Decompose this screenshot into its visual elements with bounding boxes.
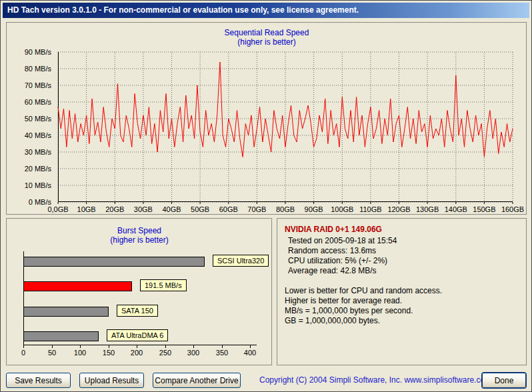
read-x-tick-label: 100GB (331, 205, 353, 213)
read-x-tick-label: 90GB (305, 205, 323, 213)
stat-average-read: Average read: 42.8 MB/s (288, 266, 519, 276)
read-x-tick-label: 60GB (219, 205, 238, 213)
burst-x-tick-label: 400 (244, 349, 256, 357)
upload-results-button[interactable]: Upload Results (79, 373, 144, 388)
burst-bar-label: ATA UltraDMA 6 (107, 329, 168, 341)
read-y-tick-label: 60 MB/s (25, 98, 51, 106)
sequential-read-panel: Sequential Read Speed (higher is better)… (6, 22, 527, 215)
burst-x-tick-label: 150 (103, 349, 115, 357)
burst-x-tick (250, 345, 251, 348)
burst-x-tick-label: 200 (131, 349, 143, 357)
burst-x-tick (109, 345, 109, 348)
read-x-tick-label: 50GB (191, 205, 209, 213)
read-x-tick-label: 80GB (276, 205, 295, 213)
read-y-tick-label: 10 MB/s (25, 181, 51, 189)
read-y-tick-label: 90 MB/s (25, 48, 51, 56)
burst-x-tick (222, 345, 223, 348)
compare-another-drive-button[interactable]: Compare Another Drive (153, 373, 241, 388)
burst-x-tick-label: 250 (159, 349, 171, 357)
burst-speed-panel: Burst Speed (higher is better) SCSI Ultr… (6, 218, 273, 366)
reference-burst-bar (23, 307, 109, 317)
burst-x-tick (23, 345, 24, 348)
note-mbs-definition: MB/s = 1,000,000 bytes per second. (285, 306, 519, 316)
read-x-tick-label: 20GB (105, 205, 124, 213)
read-y-tick-label: 40 MB/s (25, 131, 51, 139)
read-x-tick-label: 10GB (77, 205, 96, 213)
drive-stats: Tested on 2005-09-18 at 15:54 Random acc… (285, 236, 519, 276)
read-y-tick-label: 80 MB/s (25, 65, 51, 73)
burst-x-tick (137, 345, 137, 348)
burst-chart: SCSI Ultra320191.5 MB/sSATA 150ATA Ultra… (7, 219, 271, 365)
read-chart-title: Sequential Read Speed (7, 28, 526, 37)
read-chart-x-axis: 0,0GB10GB20GB30GB40GB50GB60GB70GB80GB90G… (58, 205, 513, 215)
read-y-tick-label: 20 MB/s (25, 165, 51, 173)
read-x-tick-label: 70GB (247, 205, 266, 213)
measured-burst-bar (23, 281, 132, 291)
read-x-tick-label: 0,0GB (47, 205, 68, 213)
sequential-read-chart (58, 52, 513, 205)
read-x-tick-label: 110GB (359, 205, 381, 213)
save-results-button[interactable]: Save Results (6, 373, 71, 388)
note-gb-definition: GB = 1,000,000,000 bytes. (285, 316, 519, 326)
stat-cpu-utilization: CPU utilization: 5% (+/- 2%) (288, 256, 519, 266)
burst-x-tick (165, 345, 166, 348)
drive-notes: Lower is better for CPU and random acces… (285, 286, 519, 326)
read-x-tick-label: 30GB (134, 205, 153, 213)
burst-x-tick-label: 350 (216, 349, 228, 357)
done-button[interactable]: Done (482, 373, 526, 388)
read-x-tick-label: 140GB (445, 205, 467, 213)
burst-bar-label: SATA 150 (117, 305, 158, 317)
read-chart-subtitle: (higher is better) (7, 37, 526, 47)
burst-x-tick (52, 345, 53, 348)
reference-burst-bar (23, 257, 205, 267)
titlebar[interactable]: HD Tach version 3.0.1.0 - For non-commer… (3, 3, 529, 18)
burst-bar-label: 191.5 MB/s (140, 279, 187, 291)
burst-x-tick (193, 345, 194, 348)
hdtach-window: HD Tach version 3.0.1.0 - For non-commer… (0, 0, 532, 392)
drive-name: NVIDIA RAID 0+1 149.06G (285, 225, 519, 234)
stat-random-access: Random access: 13.6ms (288, 246, 519, 256)
burst-x-tick-label: 0 (21, 349, 25, 357)
stat-tested-on: Tested on 2005-09-18 at 15:54 (288, 236, 519, 246)
read-x-tick-label: 150GB (473, 205, 495, 213)
burst-y-axis (23, 251, 24, 345)
copyright-text: Copyright (C) 2004 Simpli Software, Inc.… (259, 375, 491, 385)
burst-x-tick-label: 50 (48, 349, 56, 357)
note-higher-better: Higher is better for average read. (285, 296, 519, 306)
read-x-tick-label: 120GB (387, 205, 410, 213)
burst-bar-label: SCSI Ultra320 (213, 255, 269, 267)
drive-info-panel: NVIDIA RAID 0+1 149.06G Tested on 2005-0… (277, 218, 527, 366)
read-y-tick-label: 30 MB/s (25, 148, 51, 156)
burst-x-tick (80, 345, 81, 348)
burst-x-tick-label: 300 (187, 349, 199, 357)
reference-burst-bar (23, 331, 99, 341)
read-x-tick-label: 160GB (501, 205, 524, 213)
note-lower-better: Lower is better for CPU and random acces… (285, 286, 519, 296)
read-y-tick-label: 70 MB/s (25, 81, 51, 89)
read-x-tick-label: 40GB (162, 205, 181, 213)
window-title: HD Tach version 3.0.1.0 - For non-commer… (7, 5, 359, 15)
read-x-tick-label: 130GB (416, 205, 439, 213)
read-chart-y-axis: 90 MB/s80 MB/s70 MB/s60 MB/s50 MB/s40 MB… (7, 52, 54, 202)
read-y-tick-label: 50 MB/s (25, 115, 51, 123)
burst-x-tick-label: 100 (74, 349, 86, 357)
